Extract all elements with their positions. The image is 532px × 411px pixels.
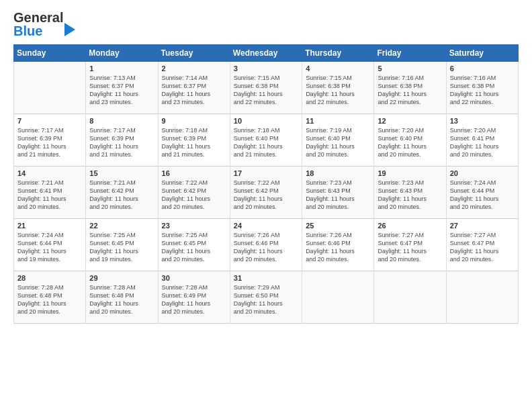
calendar-cell: 24Sunrise: 7:26 AMSunset: 6:46 PMDayligh… (230, 219, 302, 271)
calendar-cell: 28Sunrise: 7:28 AMSunset: 6:48 PMDayligh… (14, 271, 86, 324)
cell-content: Sunrise: 7:20 AMSunset: 6:40 PMDaylight:… (378, 126, 442, 159)
cell-content: Sunrise: 7:19 AMSunset: 6:40 PMDaylight:… (306, 126, 370, 159)
calendar-cell: 10Sunrise: 7:18 AMSunset: 6:40 PMDayligh… (230, 114, 302, 167)
day-number: 3 (234, 64, 298, 73)
calendar-cell: 30Sunrise: 7:28 AMSunset: 6:49 PMDayligh… (158, 271, 230, 324)
cell-content: Sunrise: 7:18 AMSunset: 6:39 PMDaylight:… (162, 126, 226, 159)
calendar-cell: 22Sunrise: 7:25 AMSunset: 6:45 PMDayligh… (86, 219, 158, 271)
cell-content: Sunrise: 7:24 AMSunset: 6:44 PMDaylight:… (450, 179, 515, 212)
day-number: 12 (378, 117, 442, 125)
calendar-cell: 5Sunrise: 7:16 AMSunset: 6:38 PMDaylight… (374, 62, 446, 114)
calendar-week-1: 7Sunrise: 7:17 AMSunset: 6:39 PMDaylight… (14, 114, 519, 167)
cell-content: Sunrise: 7:28 AMSunset: 6:48 PMDaylight:… (89, 283, 154, 316)
logo-line1: General (13, 11, 63, 24)
calendar-week-0: 1Sunrise: 7:13 AMSunset: 6:37 PMDaylight… (14, 62, 519, 114)
calendar-cell: 27Sunrise: 7:27 AMSunset: 6:47 PMDayligh… (446, 219, 518, 271)
calendar-cell: 6Sunrise: 7:16 AMSunset: 6:38 PMDaylight… (446, 62, 518, 114)
calendar-cell: 25Sunrise: 7:26 AMSunset: 6:46 PMDayligh… (302, 219, 374, 271)
day-number: 30 (162, 274, 226, 282)
logo: General Blue (13, 11, 75, 38)
day-number: 15 (89, 169, 154, 177)
day-number: 20 (450, 169, 515, 177)
day-number: 28 (17, 274, 82, 282)
day-number: 4 (306, 64, 370, 73)
day-number: 11 (306, 117, 370, 125)
day-number: 26 (378, 222, 442, 230)
cell-content: Sunrise: 7:17 AMSunset: 6:39 PMDaylight:… (89, 126, 154, 159)
calendar-cell: 1Sunrise: 7:13 AMSunset: 6:37 PMDaylight… (86, 62, 158, 114)
day-number: 29 (89, 274, 154, 282)
day-number: 1 (89, 64, 154, 73)
logo-text: General Blue (13, 11, 63, 38)
logo-line2: Blue (13, 24, 63, 38)
calendar-cell: 3Sunrise: 7:15 AMSunset: 6:38 PMDaylight… (230, 62, 302, 114)
calendar-cell: 9Sunrise: 7:18 AMSunset: 6:39 PMDaylight… (158, 114, 230, 167)
cell-content: Sunrise: 7:16 AMSunset: 6:38 PMDaylight:… (378, 74, 442, 107)
day-number: 14 (17, 169, 82, 177)
day-number: 23 (162, 222, 226, 230)
calendar-header-row: SundayMondayTuesdayWednesdayThursdayFrid… (14, 45, 519, 62)
cell-content: Sunrise: 7:20 AMSunset: 6:41 PMDaylight:… (450, 126, 515, 159)
day-number: 10 (234, 117, 298, 125)
calendar-cell: 8Sunrise: 7:17 AMSunset: 6:39 PMDaylight… (86, 114, 158, 167)
day-number: 6 (450, 64, 515, 73)
calendar-cell: 15Sunrise: 7:21 AMSunset: 6:42 PMDayligh… (86, 167, 158, 219)
day-header-sunday: Sunday (14, 45, 86, 62)
calendar-cell: 2Sunrise: 7:14 AMSunset: 6:37 PMDaylight… (158, 62, 230, 114)
day-number: 27 (450, 222, 515, 230)
calendar-cell: 11Sunrise: 7:19 AMSunset: 6:40 PMDayligh… (302, 114, 374, 167)
day-number: 21 (17, 222, 82, 230)
calendar-cell: 31Sunrise: 7:29 AMSunset: 6:50 PMDayligh… (230, 271, 302, 324)
cell-content: Sunrise: 7:27 AMSunset: 6:47 PMDaylight:… (378, 231, 442, 264)
cell-content: Sunrise: 7:13 AMSunset: 6:37 PMDaylight:… (89, 74, 154, 107)
day-number: 17 (234, 169, 298, 177)
day-header-tuesday: Tuesday (158, 45, 230, 62)
cell-content: Sunrise: 7:27 AMSunset: 6:47 PMDaylight:… (450, 231, 515, 264)
calendar-cell: 13Sunrise: 7:20 AMSunset: 6:41 PMDayligh… (446, 114, 518, 167)
day-number: 25 (306, 222, 370, 230)
cell-content: Sunrise: 7:22 AMSunset: 6:42 PMDaylight:… (162, 179, 226, 212)
page: General Blue SundayMondayTuesdayWednesda… (0, 0, 532, 411)
cell-content: Sunrise: 7:21 AMSunset: 6:42 PMDaylight:… (89, 179, 154, 212)
calendar-cell: 7Sunrise: 7:17 AMSunset: 6:39 PMDaylight… (14, 114, 86, 167)
cell-content: Sunrise: 7:17 AMSunset: 6:39 PMDaylight:… (17, 126, 82, 159)
calendar-cell: 19Sunrise: 7:23 AMSunset: 6:43 PMDayligh… (374, 167, 446, 219)
day-number: 19 (378, 169, 442, 177)
cell-content: Sunrise: 7:25 AMSunset: 6:45 PMDaylight:… (162, 231, 226, 264)
calendar-cell: 26Sunrise: 7:27 AMSunset: 6:47 PMDayligh… (374, 219, 446, 271)
day-header-friday: Friday (374, 45, 446, 62)
day-number: 31 (234, 274, 298, 282)
cell-content: Sunrise: 7:29 AMSunset: 6:50 PMDaylight:… (234, 283, 298, 316)
calendar-cell (374, 271, 446, 324)
day-number: 2 (162, 64, 226, 73)
calendar-cell: 17Sunrise: 7:22 AMSunset: 6:42 PMDayligh… (230, 167, 302, 219)
calendar-cell: 29Sunrise: 7:28 AMSunset: 6:48 PMDayligh… (86, 271, 158, 324)
day-number: 13 (450, 117, 515, 125)
cell-content: Sunrise: 7:14 AMSunset: 6:37 PMDaylight:… (162, 74, 226, 107)
day-number: 24 (234, 222, 298, 230)
cell-content: Sunrise: 7:25 AMSunset: 6:45 PMDaylight:… (89, 231, 154, 264)
calendar-cell: 21Sunrise: 7:24 AMSunset: 6:44 PMDayligh… (14, 219, 86, 271)
calendar-table: SundayMondayTuesdayWednesdayThursdayFrid… (13, 44, 519, 324)
day-number: 16 (162, 169, 226, 177)
cell-content: Sunrise: 7:28 AMSunset: 6:49 PMDaylight:… (162, 283, 226, 316)
cell-content: Sunrise: 7:26 AMSunset: 6:46 PMDaylight:… (234, 231, 298, 264)
cell-content: Sunrise: 7:15 AMSunset: 6:38 PMDaylight:… (306, 74, 370, 107)
day-number: 7 (17, 117, 82, 125)
day-header-thursday: Thursday (302, 45, 374, 62)
calendar-cell (302, 271, 374, 324)
calendar-week-3: 21Sunrise: 7:24 AMSunset: 6:44 PMDayligh… (14, 219, 519, 271)
cell-content: Sunrise: 7:21 AMSunset: 6:41 PMDaylight:… (17, 179, 82, 212)
logo-chevron-icon (64, 23, 75, 36)
calendar-cell: 4Sunrise: 7:15 AMSunset: 6:38 PMDaylight… (302, 62, 374, 114)
calendar-cell: 23Sunrise: 7:25 AMSunset: 6:45 PMDayligh… (158, 219, 230, 271)
cell-content: Sunrise: 7:23 AMSunset: 6:43 PMDaylight:… (306, 179, 370, 212)
cell-content: Sunrise: 7:28 AMSunset: 6:48 PMDaylight:… (17, 283, 82, 316)
day-header-saturday: Saturday (446, 45, 518, 62)
day-number: 9 (162, 117, 226, 125)
day-number: 8 (89, 117, 154, 125)
calendar-cell (446, 271, 518, 324)
day-number: 5 (378, 64, 442, 73)
cell-content: Sunrise: 7:24 AMSunset: 6:44 PMDaylight:… (17, 231, 82, 264)
calendar-cell: 16Sunrise: 7:22 AMSunset: 6:42 PMDayligh… (158, 167, 230, 219)
